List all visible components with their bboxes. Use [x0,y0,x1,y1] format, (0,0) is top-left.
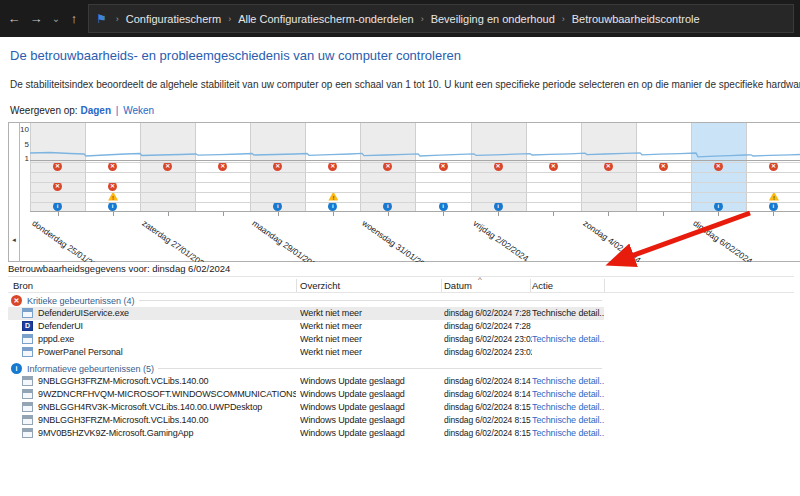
application-icon [22,347,33,357]
summary-cell: Werkt niet meer [300,333,440,346]
grid-line [30,211,800,212]
back-button[interactable]: ← [4,0,24,37]
chart-date-label: woensdag 31/01/2024 [361,218,435,262]
date-cell: dinsdag 6/02/2024 23:02 [444,346,532,359]
axis-tick [553,212,554,216]
date-cell: dinsdag 6/02/2024 23:02 [444,333,532,346]
breadcrumb-item[interactable]: Alle Configuratiescherm-onderdelen [238,13,413,25]
axis-tick [443,212,444,216]
column-header-actie[interactable]: Actie [532,280,553,291]
chart-date-label: zaterdag 27/01/2024 [140,218,210,262]
table-row[interactable]: 9MV0B5HZVK9Z-Microsoft.GamingAppWindows … [8,427,604,440]
technical-details-link[interactable]: Technische detail... [532,414,604,427]
breadcrumb-item[interactable]: Beveiliging en onderhoud [431,13,555,25]
column-header-overzicht[interactable]: Overzicht [300,280,340,291]
source-cell: 9MV0B5HZVK9Z-Microsoft.GamingApp [38,427,296,440]
y-axis-tick-label: 1 [25,154,29,163]
axis-tick [608,212,609,216]
application-icon [22,428,33,438]
table-row[interactable]: 9NBLGGH3FRZM-Microsoft.VCLibs.140.00Wind… [8,414,604,427]
event-group-label: Kritieke gebeurtenissen (4) [22,296,139,306]
chart-y-axis: 1051 [19,123,30,161]
technical-details-link[interactable]: Technische detail... [532,375,604,388]
column-header-datum[interactable]: Datum [444,280,472,291]
grid-line [30,160,800,161]
scroll-left-arrow-icon[interactable]: ◄ [11,237,17,243]
view-switcher: Weergeven op: Dagen | Weken [10,105,154,116]
axis-tick [718,212,719,216]
technical-details-link[interactable]: Technische detail... [532,307,604,320]
date-cell: dinsdag 6/02/2024 8:15 [444,414,532,427]
date-cell: dinsdag 6/02/2024 8:14 [444,375,532,388]
table-row[interactable]: DefenderUIService.exeWerkt niet meerdins… [8,307,604,320]
forward-button[interactable]: → [26,0,46,37]
recent-pages-dropdown-icon[interactable]: ⌄ [46,0,66,37]
date-cell: dinsdag 6/02/2024 8:14 [444,388,532,401]
navigation-bar: ← → ⌄ ↑ ⚑›Configuratiescherm›Alle Config… [0,0,800,37]
column-header-bron[interactable]: Bron [13,280,33,291]
error-icon: ✕ [11,295,22,306]
breadcrumb-item[interactable]: Configuratiescherm [126,13,221,25]
date-cell: dinsdag 6/02/2024 8:15 [444,401,532,414]
axis-tick [773,212,774,216]
grid-line [30,172,800,173]
table-row[interactable]: pppd.exeWerkt niet meerdinsdag 6/02/2024… [8,333,604,346]
chart-date-label: maandag 29/01/2024 [251,218,323,262]
source-cell: 9WZDNCRFHVQM-MICROSOFT.WINDOWSCOMMUNICAT… [38,388,296,401]
y-axis-tick-label: 10 [20,125,29,134]
table-caption: Betrouwbaarheidsgegevens voor: dinsdag 6… [8,263,230,274]
axis-tick [168,212,169,216]
technical-details-link[interactable]: Technische detail... [532,427,604,440]
event-group-row[interactable]: ✕Kritieke gebeurtenissen (4) [8,294,604,307]
axis-tick [663,212,664,216]
technical-details-link[interactable]: Technische detail... [532,333,604,346]
summary-cell: Werkt niet meer [300,320,440,333]
event-group-rule [139,300,602,301]
view-label: Weergeven op: [10,105,78,116]
application-icon [22,402,33,412]
chart-date-label: donderdag 25/01/2024 [30,218,106,262]
summary-cell: Windows Update geslaagd [300,414,440,427]
address-bar[interactable]: ⚑›Configuratiescherm›Alle Configuratiesc… [88,4,794,33]
up-button[interactable]: ↑ [64,0,84,37]
breadcrumb-separator-icon: › [555,14,572,24]
table-row[interactable]: 9NBLGGH3FRZM-Microsoft.VCLibs.140.00Wind… [8,375,604,388]
summary-cell: Windows Update geslaagd [300,401,440,414]
grid-line [30,192,800,193]
page-description: De stabiliteitsindex beoordeelt de algeh… [10,79,800,90]
table-row[interactable]: DDefenderUIWerkt niet meerdinsdag 6/02/2… [8,320,604,333]
technical-details-link[interactable]: Technische detail... [532,401,604,414]
breadcrumb-item[interactable]: Betrouwbaarheidscontrole [572,13,700,25]
table-row[interactable]: 9WZDNCRFHVQM-MICROSOFT.WINDOWSCOMMUNICAT… [8,388,604,401]
axis-tick [498,212,499,216]
source-cell: PowerPanel Personal [38,346,296,359]
chart-date-label: zondag 4/02/2024 [581,218,642,262]
application-icon [22,415,33,425]
application-icon [22,308,33,318]
source-cell: 9NBLGGH4RV3K-Microsoft.VCLibs.140.00.UWP… [38,401,296,414]
axis-tick [223,212,224,216]
breadcrumb-separator-icon: › [109,14,126,24]
date-cell: dinsdag 6/02/2024 7:28 [444,307,532,320]
event-group-rule [158,368,602,369]
table-row[interactable]: 9NBLGGH4RV3K-Microsoft.VCLibs.140.00.UWP… [8,401,604,414]
technical-details-link[interactable]: Technische detail... [532,388,604,401]
event-group-row[interactable]: iInformatieve gebeurtenissen (5) [8,362,604,375]
view-weeks-link[interactable]: Weken [123,105,154,116]
chart-date-label: dinsdag 6/02/2024 [691,218,754,262]
axis-tick [278,212,279,216]
stability-index-line [30,123,800,160]
application-icon [22,376,33,386]
table-row[interactable]: PowerPanel PersonalWerkt niet meerdinsda… [8,346,604,359]
summary-cell: Windows Update geslaagd [300,375,440,388]
breadcrumb-separator-icon: › [414,14,431,24]
source-cell: DefenderUI [38,320,296,333]
breadcrumb-separator-icon: › [221,14,238,24]
view-days-link[interactable]: Dagen [80,105,111,116]
source-cell: pppd.exe [38,333,296,346]
view-separator: | [114,105,121,116]
info-icon: i [11,363,22,374]
chart-date-label: vrijdag 2/02/2024 [471,218,530,262]
header-separator [604,279,605,292]
header-separator [441,279,442,292]
